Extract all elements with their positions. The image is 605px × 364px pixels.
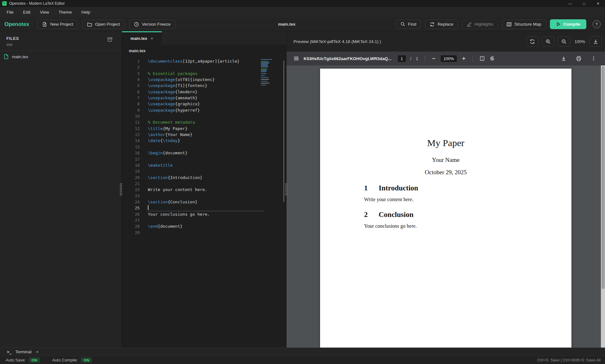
close-button[interactable]: ✕ [591, 0, 605, 7]
download-button[interactable] [589, 36, 602, 46]
open-project-button[interactable]: Open Project [82, 20, 125, 29]
code-line[interactable]: 17 [122, 156, 286, 162]
auto-compile-label: Auto Compile: [52, 358, 78, 362]
line-number: 20 [122, 175, 140, 181]
version-freeze-button[interactable]: Version Freeze [129, 20, 175, 29]
code-line[interactable]: 21 [122, 181, 286, 187]
pen-icon [467, 22, 472, 27]
pdf-viewer[interactable]: My Paper Your Name October 29, 2025 1Int… [287, 65, 605, 348]
code-line[interactable]: 12\title{My Paper} [122, 126, 286, 132]
code-line[interactable]: 23 [122, 193, 286, 199]
zoom-in-button[interactable] [542, 36, 555, 46]
code-line[interactable]: 10 [122, 113, 286, 119]
code-line[interactable]: 7\usepackage{amsmath} [122, 95, 286, 101]
auto-save-label: Auto Save: [6, 358, 26, 362]
menu-help[interactable]: Help [77, 10, 95, 15]
kebab-menu-icon[interactable] [591, 56, 596, 61]
code-editor[interactable]: 1\documentclass[12pt,a4paper]{article}23… [122, 57, 286, 348]
status-bar: Auto Save: ON Auto Compile: ON Ctrl+S: S… [0, 356, 605, 364]
compile-button[interactable]: Compile [550, 19, 586, 29]
file-item[interactable]: main.tex [0, 51, 122, 63]
line-content: \author{Your Name} [148, 132, 192, 138]
editor-resize-handle[interactable] [285, 183, 287, 196]
line-content: \documentclass[12pt,a4paper]{article} [148, 58, 240, 64]
pdf-document-id: K53HxfUcTgiix662aarFKOHOvgLWR3daQ... [304, 56, 392, 61]
code-line[interactable]: 15 [122, 144, 286, 150]
terminal-bar[interactable]: >_ Terminal [0, 348, 605, 356]
line-number: 6 [122, 89, 140, 95]
maximize-button[interactable]: □ [577, 0, 591, 7]
code-line[interactable]: 24\section{Conclusion} [122, 199, 286, 205]
minimize-button[interactable]: ― [563, 0, 577, 7]
chevron-up-icon[interactable] [35, 350, 40, 354]
code-line[interactable]: 13\author{Your Name} [122, 132, 286, 138]
zoom-out-minus-icon[interactable] [431, 56, 436, 61]
line-content: \title{My Paper} [148, 126, 187, 132]
pdf-page: My Paper Your Name October 29, 2025 1Int… [320, 69, 571, 348]
code-line[interactable]: 26Your conclusions go here. [122, 211, 286, 217]
code-line[interactable]: 14\date{\today} [122, 138, 286, 144]
highlights-button[interactable]: Highlights [462, 20, 498, 29]
menu-view[interactable]: View [35, 10, 54, 15]
code-line[interactable]: 6\usepackage{lmodern} [122, 89, 286, 95]
code-line[interactable]: 16\begin{document} [122, 150, 286, 156]
code-line[interactable]: 20\section{Introduction} [122, 175, 286, 181]
code-line[interactable]: 22Write your content here. [122, 187, 286, 193]
line-number: 15 [122, 144, 140, 150]
code-line[interactable]: 19 [122, 168, 286, 174]
line-content: % Document metadata [148, 119, 195, 125]
code-line[interactable]: 29 [122, 230, 286, 236]
line-number: 8 [122, 101, 140, 107]
zoom-in-plus-icon[interactable] [461, 56, 466, 61]
line-number: 10 [122, 113, 140, 119]
archive-box-icon[interactable] [107, 37, 113, 42]
editor-scrollbar[interactable] [283, 60, 284, 202]
page-number-input[interactable]: 1 [398, 55, 406, 62]
printer-icon[interactable] [576, 56, 582, 61]
pdf-section-body: Your conclusions go here. [364, 223, 537, 229]
code-line[interactable]: 28\end{document} [122, 223, 286, 229]
code-line[interactable]: 9\usepackage{hyperref} [122, 107, 286, 113]
tab-main-tex[interactable]: main.tex × [122, 31, 162, 45]
page-divider: / [410, 56, 412, 61]
menu-theme[interactable]: Theme [54, 10, 77, 15]
pdf-scrollbar[interactable] [601, 65, 605, 348]
auto-save-badge[interactable]: ON [29, 357, 40, 363]
code-line[interactable]: 25 [122, 205, 286, 211]
menu-file[interactable]: File [2, 10, 18, 15]
main-area: FILES ddd main.tex main.tex × main.tex 1… [0, 31, 605, 348]
pdf-zoom-level[interactable]: 100% [441, 55, 457, 62]
new-project-button[interactable]: New Project [37, 20, 78, 29]
help-icon[interactable]: ? [593, 20, 601, 28]
code-line[interactable]: 8\usepackage{graphicx} [122, 101, 286, 107]
line-number: 21 [122, 181, 140, 187]
line-number: 9 [122, 107, 140, 113]
code-line[interactable]: 18\maketitle [122, 162, 286, 168]
sidebar-resize-handle[interactable] [120, 183, 122, 196]
pdf-toolbar: K53HxfUcTgiix662aarFKOHOvgLWR3daQ... 1 /… [287, 52, 605, 65]
hamburger-icon[interactable] [293, 56, 299, 61]
zoom-out-button[interactable] [558, 36, 570, 46]
minimap[interactable] [261, 59, 274, 86]
line-number: 29 [122, 230, 140, 236]
files-sidebar: FILES ddd main.tex [0, 31, 122, 348]
auto-compile-badge[interactable]: ON [81, 357, 92, 363]
fit-page-icon[interactable] [479, 56, 485, 61]
find-button[interactable]: Find [396, 20, 421, 29]
rotate-icon[interactable] [489, 56, 495, 61]
menu-edit[interactable]: Edit [18, 10, 35, 15]
refresh-button[interactable] [526, 36, 539, 46]
map-icon [507, 22, 512, 27]
breadcrumb: main.tex [122, 45, 286, 57]
tab-close-icon[interactable]: × [151, 36, 153, 41]
pdf-download-icon[interactable] [561, 56, 566, 61]
code-line[interactable]: 11% Document metadata [122, 119, 286, 125]
line-number: 22 [122, 187, 140, 193]
replace-button[interactable]: Replace [425, 20, 458, 29]
current-file-label: main.tex [278, 22, 296, 27]
code-line[interactable]: 27 [122, 217, 286, 223]
file-name: main.tex [12, 54, 28, 59]
line-content: \usepackage{graphicx} [148, 101, 200, 107]
pdf-scrollbar-thumb[interactable] [602, 66, 605, 289]
structure-map-button[interactable]: Structure Map [502, 20, 546, 29]
